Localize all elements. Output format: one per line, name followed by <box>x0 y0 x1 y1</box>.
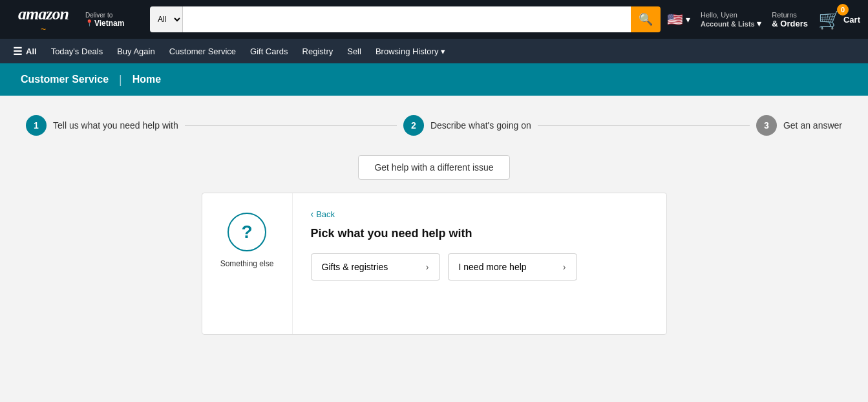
help-card-right: ‹ Back Pick what you need help with Gift… <box>293 193 666 334</box>
nav-registry[interactable]: Registry <box>297 41 339 61</box>
nav-customer-service[interactable]: Customer Service <box>164 41 241 61</box>
logo-smile: ~ <box>41 24 46 34</box>
search-bar: All 🔍 <box>150 6 661 32</box>
steps-progress: 1 Tell us what you need help with 2 Desc… <box>26 115 842 136</box>
help-card: ? Something else ‹ Back Pick what you ne… <box>202 193 667 335</box>
step-3: 3 Get an answer <box>756 115 842 136</box>
back-label: Back <box>316 209 335 219</box>
search-input[interactable] <box>183 6 631 32</box>
i-need-more-help-label: I need more help <box>459 262 527 272</box>
deliver-to-country: 📍 Vietnam <box>85 19 124 28</box>
returns-section[interactable]: Returns & Orders <box>772 11 808 28</box>
logo-text: amazon <box>18 5 69 24</box>
all-menu-button[interactable]: ☰ All <box>8 40 42 63</box>
breadcrumb-bar: Customer Service | Home <box>0 63 868 96</box>
search-button[interactable]: 🔍 <box>631 6 661 32</box>
step-2-label: Describe what's going on <box>430 120 531 131</box>
step-1: 1 Tell us what you need help with <box>26 115 178 136</box>
breadcrumb-divider: | <box>119 73 122 87</box>
account-greeting: Hello, Uyen <box>701 11 761 19</box>
step-1-circle: 1 <box>26 115 47 136</box>
back-link[interactable]: ‹ Back <box>311 209 648 219</box>
cart-label: Cart <box>843 15 860 25</box>
flag-dropdown-arrow: ▾ <box>686 14 690 25</box>
step-2: 2 Describe what's going on <box>403 115 531 136</box>
nav-browsing-history[interactable]: Browsing History ▾ <box>370 41 450 61</box>
i-need-more-help-button[interactable]: I need more help › <box>448 253 577 280</box>
account-section[interactable]: Hello, Uyen Account & Lists ▾ <box>701 11 761 28</box>
back-arrow-icon: ‹ <box>311 209 314 219</box>
breadcrumb-customer-service[interactable]: Customer Service <box>10 65 119 94</box>
step-3-circle: 3 <box>756 115 777 136</box>
flag-icon: 🇺🇸 <box>667 12 683 27</box>
question-circle-icon: ? <box>228 213 266 251</box>
something-else-label: Something else <box>220 259 274 268</box>
pick-title: Pick what you need help with <box>311 227 648 240</box>
gifts-registries-chevron: › <box>426 262 429 272</box>
breadcrumb-home[interactable]: Home <box>122 65 171 94</box>
step-3-label: Get an answer <box>783 120 842 131</box>
option-buttons: Gifts & registries › I need more help › <box>311 253 648 280</box>
secondary-navigation: ☰ All Today's Deals Buy Again Customer S… <box>0 39 868 63</box>
nav-buy-again[interactable]: Buy Again <box>112 41 160 61</box>
i-need-more-help-chevron: › <box>563 262 566 272</box>
step-1-label: Tell us what you need help with <box>53 120 178 131</box>
nav-right: 🇺🇸 ▾ Hello, Uyen Account & Lists ▾ Retur… <box>667 9 860 30</box>
step-line-2 <box>538 125 750 126</box>
gifts-registries-button[interactable]: Gifts & registries › <box>311 253 440 280</box>
location-icon: 📍 <box>85 19 93 26</box>
search-icon: 🔍 <box>639 12 653 26</box>
get-help-different-issue-button[interactable]: Get help with a different issue <box>358 155 509 180</box>
returns-top: Returns <box>772 11 808 19</box>
gifts-registries-label: Gifts & registries <box>322 262 388 272</box>
deliver-to-section[interactable]: Deliver to 📍 Vietnam <box>85 12 143 28</box>
cart-section[interactable]: 0 🛒 Cart <box>818 9 860 30</box>
cart-count: 0 <box>837 4 849 16</box>
account-label: Account & Lists ▾ <box>701 19 761 28</box>
hamburger-icon: ☰ <box>13 45 22 58</box>
nav-sell[interactable]: Sell <box>342 41 366 61</box>
browsing-history-arrow: ▾ <box>441 47 445 56</box>
main-content: 1 Tell us what you need help with 2 Desc… <box>0 96 868 393</box>
language-selector[interactable]: 🇺🇸 ▾ <box>667 12 690 27</box>
step-2-circle: 2 <box>403 115 424 136</box>
nav-gift-cards[interactable]: Gift Cards <box>245 41 293 61</box>
returns-bottom: & Orders <box>772 19 808 28</box>
step-line-1 <box>185 125 397 126</box>
amazon-logo[interactable]: amazon ~ <box>8 5 79 34</box>
nav-todays-deals[interactable]: Today's Deals <box>46 41 109 61</box>
all-label: All <box>26 47 37 56</box>
top-navigation: amazon ~ Deliver to 📍 Vietnam All 🔍 🇺🇸 ▾… <box>0 0 868 39</box>
help-card-left: ? Something else <box>202 193 293 334</box>
search-category-select[interactable]: All <box>150 6 183 32</box>
deliver-to-label: Deliver to <box>85 12 112 19</box>
